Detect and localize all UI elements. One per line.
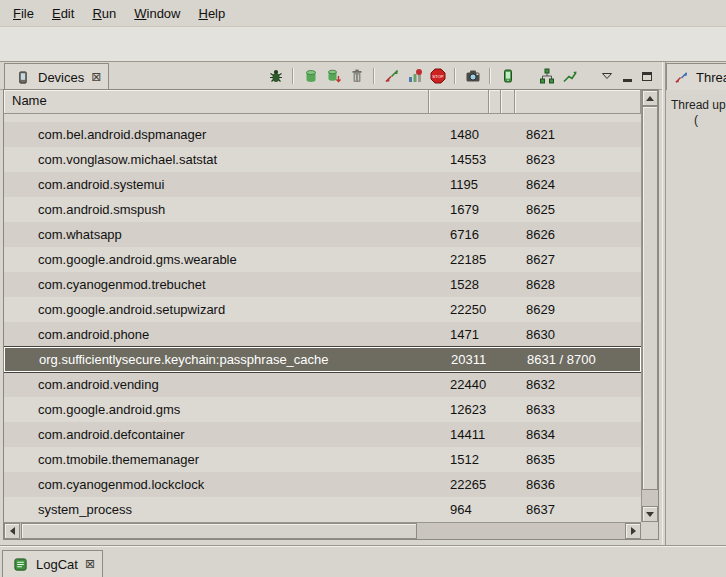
update-threads-icon[interactable] bbox=[381, 66, 402, 86]
cell-pid: 14411 bbox=[429, 422, 489, 447]
table-row[interactable]: com.android.vending224408632 bbox=[4, 372, 641, 397]
menu-file[interactable]: File bbox=[4, 2, 43, 25]
cell-c3 bbox=[489, 397, 501, 422]
table-row[interactable]: com.android.systemui11958624 bbox=[4, 172, 641, 197]
cell-pid: 1512 bbox=[429, 447, 489, 472]
logcat-strip: LogCat ⊠ bbox=[0, 545, 726, 577]
close-icon[interactable]: ⊠ bbox=[85, 557, 95, 571]
cell-pid: 22250 bbox=[429, 297, 489, 322]
cause-gc-icon[interactable] bbox=[346, 66, 367, 86]
threads-panel: Threads Thread up ( bbox=[666, 62, 726, 545]
scroll-down-icon[interactable] bbox=[642, 506, 658, 522]
cell-name: com.google.android.setupwizard bbox=[4, 297, 429, 322]
menu-window[interactable]: Window bbox=[125, 2, 189, 25]
table-row[interactable]: com.cyanogenmod.trebuchet15288628 bbox=[4, 272, 641, 297]
update-heap-icon[interactable] bbox=[300, 66, 321, 86]
cell-c3 bbox=[489, 322, 501, 347]
menu-run[interactable]: Run bbox=[83, 2, 125, 25]
cell-c4 bbox=[501, 372, 515, 397]
menu-edit[interactable]: Edit bbox=[43, 2, 83, 25]
column-header-3[interactable] bbox=[489, 90, 501, 114]
cell-c3 bbox=[490, 348, 502, 371]
table-row[interactable]: com.cyanogenmod.lockclock222658636 bbox=[4, 472, 641, 497]
cell-c4 bbox=[501, 172, 515, 197]
cell-port: 8626 bbox=[515, 222, 641, 247]
column-header-4[interactable] bbox=[501, 90, 515, 114]
table-row[interactable]: com.bel.android.dspmanager14808621 bbox=[4, 122, 641, 147]
cell-c4 bbox=[501, 397, 515, 422]
cell-pid: 14553 bbox=[429, 147, 489, 172]
cell-c3 bbox=[489, 147, 501, 172]
cell-name: com.android.phone bbox=[4, 322, 429, 347]
cell-c4 bbox=[501, 122, 515, 147]
cell-port: 8633 bbox=[515, 397, 641, 422]
cell-name: com.google.android.gms.wearable bbox=[4, 247, 429, 272]
vertical-scrollbar-thumb[interactable] bbox=[642, 106, 658, 490]
cell-name: com.android.smspush bbox=[4, 197, 429, 222]
screen-capture-icon[interactable] bbox=[462, 66, 483, 86]
column-header-pid[interactable] bbox=[429, 90, 489, 114]
view-menu-icon[interactable] bbox=[598, 67, 616, 85]
column-header-name[interactable]: Name bbox=[4, 90, 429, 114]
maximize-icon[interactable] bbox=[638, 67, 656, 85]
cell-name: system_process bbox=[4, 497, 429, 522]
vertical-scrollbar[interactable] bbox=[641, 90, 658, 522]
cell-c3 bbox=[489, 272, 501, 297]
table-row[interactable]: com.tmobile.thememanager15128635 bbox=[4, 447, 641, 472]
stop-process-icon[interactable]: STOP bbox=[427, 66, 448, 86]
cell-pid: 6716 bbox=[429, 222, 489, 247]
cell-c4 bbox=[501, 297, 515, 322]
cell-c4 bbox=[501, 472, 515, 497]
table-row[interactable]: com.whatsapp67168626 bbox=[4, 222, 641, 247]
cell-c3 bbox=[489, 297, 501, 322]
device-table-rows: com.bel.android.dspmanager14808621com.vo… bbox=[4, 122, 641, 522]
tab-logcat[interactable]: LogCat ⊠ bbox=[2, 550, 103, 577]
table-row[interactable]: org.sufficientlysecure.keychain:passphra… bbox=[4, 347, 641, 372]
device-icon bbox=[12, 67, 33, 87]
hierarchy-viewer-icon[interactable] bbox=[536, 66, 557, 86]
tab-devices[interactable]: Devices ⊠ bbox=[4, 63, 109, 90]
cell-port: 8623 bbox=[515, 147, 641, 172]
cell-pid: 22185 bbox=[429, 247, 489, 272]
tab-threads[interactable]: Threads bbox=[666, 63, 726, 90]
devices-toolbar: STOP bbox=[265, 66, 656, 86]
cell-c4 bbox=[501, 147, 515, 172]
table-row[interactable]: com.google.android.gms126238633 bbox=[4, 397, 641, 422]
table-row[interactable]: com.google.android.gms.wearable221858627 bbox=[4, 247, 641, 272]
cell-name: org.sufficientlysecure.keychain:passphra… bbox=[5, 348, 430, 371]
cell-c4 bbox=[501, 197, 515, 222]
table-row[interactable]: com.android.smspush16798625 bbox=[4, 197, 641, 222]
cell-port: 8624 bbox=[515, 172, 641, 197]
threads-message-line1: Thread up bbox=[666, 90, 726, 112]
horizontal-scrollbar[interactable] bbox=[4, 522, 641, 539]
table-row[interactable]: com.vonglasow.michael.satstat145538623 bbox=[4, 147, 641, 172]
minimize-icon[interactable] bbox=[618, 67, 636, 85]
debug-process-icon[interactable] bbox=[265, 66, 286, 86]
scrollbar-corner bbox=[641, 522, 658, 539]
menu-help[interactable]: Help bbox=[189, 2, 234, 25]
horizontal-scrollbar-thumb[interactable] bbox=[21, 523, 417, 539]
main-toolbar bbox=[0, 26, 726, 62]
scroll-right-icon[interactable] bbox=[625, 523, 641, 539]
table-row[interactable]: system_process9648637 bbox=[4, 497, 641, 522]
cell-c3 bbox=[489, 372, 501, 397]
threads-message-line2: ( bbox=[666, 112, 726, 127]
scroll-up-icon[interactable] bbox=[642, 90, 658, 106]
table-row[interactable]: com.google.android.setupwizard222508629 bbox=[4, 297, 641, 322]
device-view-icon[interactable] bbox=[497, 66, 518, 86]
cell-port: 8621 bbox=[515, 122, 641, 147]
column-header-port[interactable] bbox=[515, 90, 641, 114]
tab-devices-label: Devices bbox=[38, 70, 84, 85]
scroll-left-icon[interactable] bbox=[4, 523, 20, 539]
cell-c3 bbox=[489, 122, 501, 147]
cell-pid: 964 bbox=[429, 497, 489, 522]
line-chart-icon[interactable] bbox=[559, 66, 580, 86]
table-row[interactable]: com.android.defcontainer144118634 bbox=[4, 422, 641, 447]
close-icon[interactable]: ⊠ bbox=[91, 70, 101, 84]
cell-name: com.android.systemui bbox=[4, 172, 429, 197]
cell-c3 bbox=[489, 172, 501, 197]
table-row[interactable]: com.android.phone14718630 bbox=[4, 322, 641, 347]
method-profiling-icon[interactable] bbox=[404, 66, 425, 86]
dump-hprof-icon[interactable] bbox=[323, 66, 344, 86]
cell-c4 bbox=[501, 222, 515, 247]
